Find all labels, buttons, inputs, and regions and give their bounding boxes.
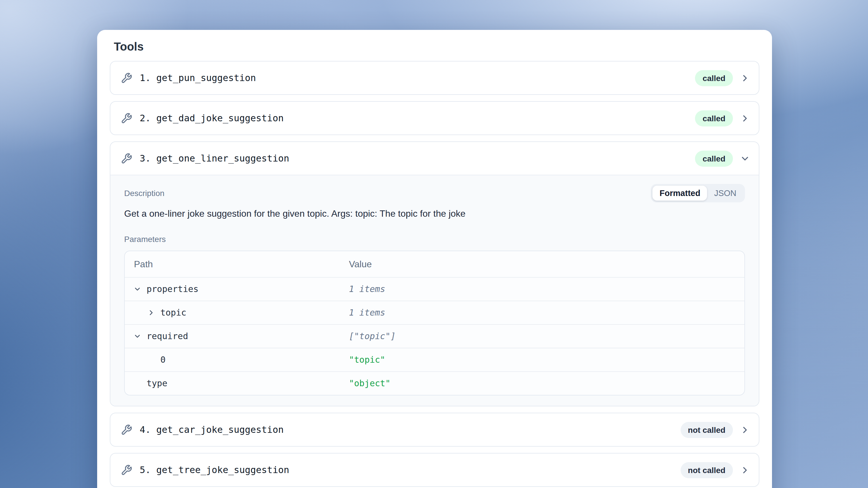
table-row-topic[interactable]: topic 1 items xyxy=(125,301,744,324)
tools-card: Tools 1. get_pun_suggestion called xyxy=(97,30,772,488)
tool-row-2-header[interactable]: 2. get_dad_joke_suggestion called xyxy=(111,102,759,134)
table-row-required[interactable]: required ["topic"] xyxy=(125,324,744,348)
wrench-icon xyxy=(121,112,132,124)
param-value: "topic" xyxy=(349,355,385,365)
toggle-option-json[interactable]: JSON xyxy=(707,186,743,201)
chevron-right-icon[interactable] xyxy=(740,113,750,123)
tool-row-5: 5. get_tree_joke_suggestion not called xyxy=(110,453,760,487)
tool-name: 1. get_pun_suggestion xyxy=(140,72,256,83)
param-value: 1 items xyxy=(349,284,385,294)
chevron-down-icon[interactable] xyxy=(133,285,142,293)
tool-name: 5. get_tree_joke_suggestion xyxy=(140,464,289,475)
parameters-table: Path Value properties 1 items xyxy=(124,251,745,395)
tool-row-1: 1. get_pun_suggestion called xyxy=(110,61,760,95)
param-value: ["topic"] xyxy=(349,331,396,341)
tool-row-5-header[interactable]: 5. get_tree_joke_suggestion not called xyxy=(111,454,759,486)
tool-row-1-header[interactable]: 1. get_pun_suggestion called xyxy=(111,61,759,94)
param-path: properties xyxy=(147,284,198,294)
status-badge: called xyxy=(695,150,733,166)
tool-name: 2. get_dad_joke_suggestion xyxy=(140,113,284,124)
param-value: 1 items xyxy=(349,307,385,318)
table-header-row: Path Value xyxy=(125,251,744,277)
chevron-right-icon[interactable] xyxy=(740,465,750,475)
param-path: topic xyxy=(160,307,186,318)
status-badge: not called xyxy=(680,462,733,478)
status-badge: called xyxy=(695,110,733,126)
tool-row-3: 3. get_one_liner_suggestion called Descr… xyxy=(110,142,760,406)
column-header-path: Path xyxy=(125,259,349,269)
description-text: Get a one-liner joke suggestion for the … xyxy=(124,209,745,219)
view-mode-toggle: Formatted JSON xyxy=(651,184,745,202)
page-title: Tools xyxy=(114,40,755,54)
chevron-right-icon[interactable] xyxy=(147,309,156,317)
chevron-down-icon[interactable] xyxy=(740,153,750,163)
param-path: required xyxy=(147,331,188,341)
wrench-icon xyxy=(121,72,132,84)
tool-list: 1. get_pun_suggestion called 2. get_dad_… xyxy=(110,61,760,487)
chevron-right-icon[interactable] xyxy=(740,73,750,83)
table-row-required-0: 0 "topic" xyxy=(125,348,744,371)
tool-row-4-header[interactable]: 4. get_car_joke_suggestion not called xyxy=(111,413,759,446)
chevron-down-icon[interactable] xyxy=(133,332,142,340)
status-badge: not called xyxy=(680,422,733,438)
tool-row-3-header[interactable]: 3. get_one_liner_suggestion called xyxy=(111,142,759,175)
tool-name: 4. get_car_joke_suggestion xyxy=(140,424,284,435)
table-row-properties[interactable]: properties 1 items xyxy=(125,277,744,301)
wrench-icon xyxy=(121,464,132,476)
status-badge: called xyxy=(695,70,733,86)
tool-detail-panel: Description Formatted JSON Get a one-lin… xyxy=(111,175,759,406)
table-row-type: type "object" xyxy=(125,371,744,395)
tool-row-4: 4. get_car_joke_suggestion not called xyxy=(110,413,760,447)
page-background: Tools 1. get_pun_suggestion called xyxy=(0,0,868,488)
param-value: "object" xyxy=(349,378,391,389)
tool-name: 3. get_one_liner_suggestion xyxy=(140,153,289,164)
param-path: type xyxy=(147,378,167,389)
tool-row-2: 2. get_dad_joke_suggestion called xyxy=(110,101,760,135)
param-path: 0 xyxy=(160,355,165,365)
parameters-label: Parameters xyxy=(124,235,745,244)
column-header-value: Value xyxy=(349,259,744,269)
chevron-right-icon[interactable] xyxy=(740,425,750,435)
wrench-icon xyxy=(121,424,132,435)
wrench-icon xyxy=(121,153,132,164)
toggle-option-formatted[interactable]: Formatted xyxy=(653,186,707,201)
description-label: Description xyxy=(124,188,164,198)
